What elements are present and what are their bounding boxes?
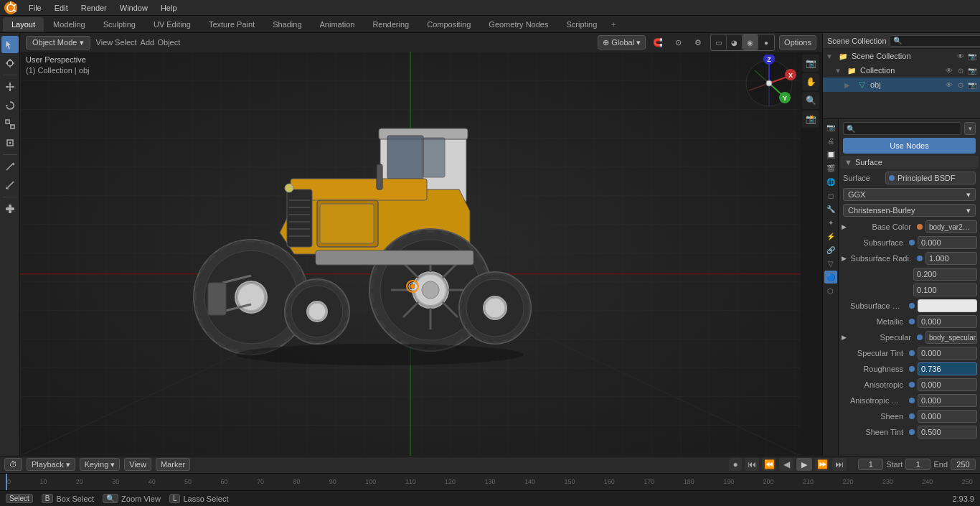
props-tab-data[interactable]: ▽ bbox=[824, 257, 837, 270]
options-button[interactable]: Options bbox=[779, 35, 816, 50]
navigation-gizmo[interactable]: X Y Z bbox=[740, 55, 798, 112]
tab-animation[interactable]: Animation bbox=[311, 17, 364, 32]
anisotropic-value[interactable]: 0.000 bbox=[918, 378, 977, 391]
tool-add[interactable] bbox=[1, 200, 19, 217]
material-search-input[interactable] bbox=[843, 122, 961, 135]
subsurface-color-value[interactable] bbox=[918, 299, 977, 312]
distribution-dropdown[interactable]: GGX ▾ bbox=[843, 188, 976, 201]
props-tab-render[interactable]: 📷 bbox=[824, 121, 837, 133]
anisotropic-rot-value[interactable]: 0.000 bbox=[918, 394, 977, 407]
props-tab-physics[interactable]: ⚡ bbox=[824, 230, 837, 243]
object-mode-button[interactable]: Object Mode ▾ bbox=[26, 36, 90, 50]
props-tab-output[interactable]: 🖨 bbox=[824, 134, 837, 147]
visibility-icon-obj[interactable]: 👁 bbox=[944, 80, 954, 90]
specular-value[interactable]: body_specular.png bbox=[925, 331, 977, 344]
zoom-tool-button[interactable]: 🔍 bbox=[802, 92, 819, 109]
step-forward-button[interactable]: ⏩ bbox=[815, 458, 829, 471]
wireframe-mode-button[interactable]: ▭ bbox=[711, 34, 727, 50]
view-menu-button[interactable]: View bbox=[96, 34, 112, 50]
tool-select[interactable] bbox=[1, 36, 19, 53]
hand-tool-button[interactable]: ✋ bbox=[802, 73, 819, 90]
menu-file[interactable]: File bbox=[23, 2, 47, 14]
visibility-icon-coll[interactable]: 👁 bbox=[944, 65, 954, 75]
jump-start-button[interactable]: ⏮ bbox=[745, 458, 759, 471]
material-filter-dropdown[interactable]: ▾ bbox=[964, 122, 976, 135]
tab-shading[interactable]: Shading bbox=[264, 17, 310, 32]
menu-window[interactable]: Window bbox=[114, 2, 154, 14]
viewport[interactable]: Object Mode ▾ View Select Add Object ⊕ G… bbox=[20, 33, 822, 456]
subsurface-radi-value[interactable]: 1.000 bbox=[925, 252, 977, 265]
render-icon-scene[interactable]: 📷 bbox=[967, 51, 977, 61]
tool-annotate[interactable] bbox=[1, 158, 19, 175]
transform-global-button[interactable]: ⊕ Global ▾ bbox=[598, 35, 646, 50]
add-workspace-button[interactable]: + bbox=[606, 17, 621, 32]
tool-scale[interactable] bbox=[1, 116, 19, 133]
snap-magnet-icon[interactable]: 🧲 bbox=[650, 34, 666, 50]
render-mode-button[interactable]: ● bbox=[758, 34, 774, 50]
3d-scene[interactable] bbox=[20, 52, 801, 456]
snap-options-icon[interactable]: ⚙ bbox=[690, 34, 706, 50]
tool-rotate[interactable] bbox=[1, 97, 19, 114]
start-frame-value[interactable]: 1 bbox=[905, 459, 930, 470]
tab-geometry-nodes[interactable]: Geometry Nodes bbox=[480, 17, 557, 32]
play-button[interactable]: ▶ bbox=[796, 458, 812, 471]
sub-radius-2-value[interactable]: 0.200 bbox=[913, 268, 977, 281]
render-icon-coll[interactable]: 📷 bbox=[967, 65, 977, 75]
menu-help[interactable]: Help bbox=[155, 2, 183, 14]
view-button-tl[interactable]: View bbox=[124, 458, 151, 471]
object-menu-button[interactable]: Object bbox=[161, 34, 176, 50]
props-tab-scene[interactable]: 🎬 bbox=[824, 161, 837, 174]
outliner-item-collection[interactable]: ▼ 📁 Collection 👁 ⊙ 📷 bbox=[823, 63, 980, 78]
end-frame-value[interactable]: 250 bbox=[951, 459, 976, 470]
tab-sculpting[interactable]: Sculpting bbox=[95, 17, 144, 32]
use-nodes-button[interactable]: Use Nodes bbox=[843, 138, 976, 154]
base-color-value[interactable]: body_var2_diffuse.p... bbox=[925, 220, 977, 233]
outliner-search-input[interactable] bbox=[890, 35, 980, 47]
menu-render[interactable]: Render bbox=[75, 2, 113, 14]
timeline-ruler[interactable]: 0 10 20 30 40 50 60 70 80 90 100 110 120… bbox=[0, 474, 980, 490]
tab-compositing[interactable]: Compositing bbox=[418, 17, 479, 32]
outliner-item-scene-collection[interactable]: ▼ 📁 Scene Collection 👁 📷 bbox=[823, 49, 980, 63]
restrict-icon-coll[interactable]: ⊙ bbox=[956, 65, 966, 75]
sub-radius-3-value[interactable]: 0.100 bbox=[913, 284, 977, 296]
camera-view-button[interactable]: 📷 bbox=[802, 55, 819, 72]
tool-measure[interactable] bbox=[1, 177, 19, 194]
restrict-icon-obj[interactable]: ⊙ bbox=[956, 80, 966, 90]
render-icon-obj[interactable]: 📷 bbox=[967, 80, 977, 90]
record-button[interactable]: ● bbox=[729, 458, 742, 471]
props-tab-shader[interactable]: ⬡ bbox=[824, 284, 837, 297]
tab-texture-paint[interactable]: Texture Paint bbox=[200, 17, 263, 32]
sheen-tint-value[interactable]: 0.500 bbox=[918, 426, 977, 439]
metallic-value[interactable]: 0.000 bbox=[918, 315, 977, 328]
select-menu-button[interactable]: Select bbox=[118, 34, 133, 50]
props-tab-view-layer[interactable]: 🔲 bbox=[824, 148, 837, 161]
timeline-icon-button[interactable]: ⏱ bbox=[4, 458, 22, 471]
proportional-edit-icon[interactable]: ⊙ bbox=[670, 34, 686, 50]
solid-mode-button[interactable]: ◕ bbox=[727, 34, 743, 50]
current-frame-display[interactable]: 1 bbox=[858, 459, 883, 470]
subsurface-method-dropdown[interactable]: Christensen-Burley ▾ bbox=[843, 204, 976, 217]
subsurface-value[interactable]: 0.000 bbox=[918, 236, 977, 249]
tool-transform[interactable] bbox=[1, 134, 19, 151]
marker-button[interactable]: Marker bbox=[156, 458, 190, 471]
playback-button[interactable]: Playback ▾ bbox=[27, 458, 75, 471]
keying-button[interactable]: Keying ▾ bbox=[80, 458, 121, 471]
props-tab-constraints[interactable]: 🔗 bbox=[824, 243, 837, 256]
step-back-button[interactable]: ⏪ bbox=[762, 458, 776, 471]
outliner-item-obj[interactable]: ▶ ▽ obj 👁 ⊙ 📷 bbox=[823, 78, 980, 92]
tool-cursor[interactable] bbox=[1, 55, 19, 72]
surface-bsdf-selector[interactable]: Principled BSDF bbox=[885, 172, 976, 184]
tab-scripting[interactable]: Scripting bbox=[557, 17, 606, 32]
visibility-icon-scene[interactable]: 👁 bbox=[956, 51, 966, 61]
tab-modeling[interactable]: Modeling bbox=[44, 17, 94, 32]
props-tab-object[interactable]: ◻ bbox=[824, 189, 837, 202]
props-tab-particles[interactable]: ✦ bbox=[824, 216, 837, 229]
sheen-value[interactable]: 0.000 bbox=[918, 410, 977, 423]
props-tab-modifier[interactable]: 🔧 bbox=[824, 202, 837, 215]
jump-end-button[interactable]: ⏭ bbox=[832, 458, 847, 471]
play-reverse-button[interactable]: ◀ bbox=[779, 458, 793, 471]
tab-layout[interactable]: Layout bbox=[3, 17, 44, 32]
specular-tint-value[interactable]: 0.000 bbox=[918, 347, 977, 360]
material-mode-button[interactable]: ◉ bbox=[743, 34, 758, 50]
props-tab-world[interactable]: 🌐 bbox=[824, 175, 837, 188]
